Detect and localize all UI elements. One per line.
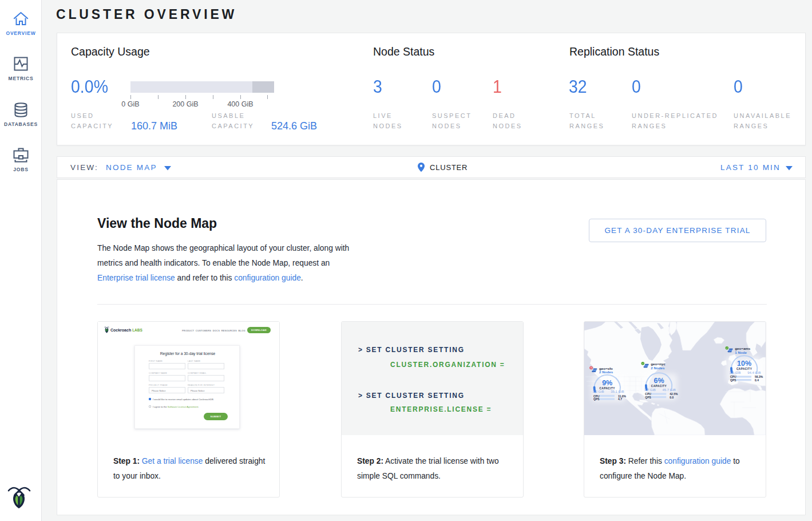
svg-text:QPS: QPS — [645, 396, 651, 399]
svg-text:QPS: QPS — [730, 378, 736, 382]
svg-text:CAPACITY: CAPACITY — [651, 385, 667, 388]
svg-text:3.2 GiB: 3.2 GiB — [593, 390, 604, 393]
svg-text:3.6 GiB: 3.6 GiB — [730, 371, 741, 374]
svg-text:1 Node: 1 Node — [735, 350, 747, 354]
svg-text:4.7: 4.7 — [618, 397, 622, 401]
svg-text:QPS: QPS — [593, 397, 600, 401]
svg-text:35.1 GiB: 35.1 GiB — [611, 390, 624, 393]
svg-text:2 Nodes: 2 Nodes — [599, 370, 613, 374]
svg-text:45.7 GiB: 45.7 GiB — [662, 388, 675, 392]
svg-text:94.4 GiB: 94.4 GiB — [747, 371, 760, 374]
svg-text:CAPACITY: CAPACITY — [600, 387, 616, 390]
svg-text:10%: 10% — [737, 360, 751, 368]
svg-text:3.7 GiB: 3.7 GiB — [644, 388, 656, 392]
svg-text:9%: 9% — [602, 379, 612, 387]
svg-text:6%: 6% — [653, 377, 664, 385]
svg-text:0.4: 0.4 — [755, 378, 759, 382]
svg-text:0.0: 0.0 — [670, 396, 674, 399]
svg-text:CAPACITY: CAPACITY — [736, 368, 752, 370]
svg-text:2 Nodes: 2 Nodes — [651, 366, 665, 370]
